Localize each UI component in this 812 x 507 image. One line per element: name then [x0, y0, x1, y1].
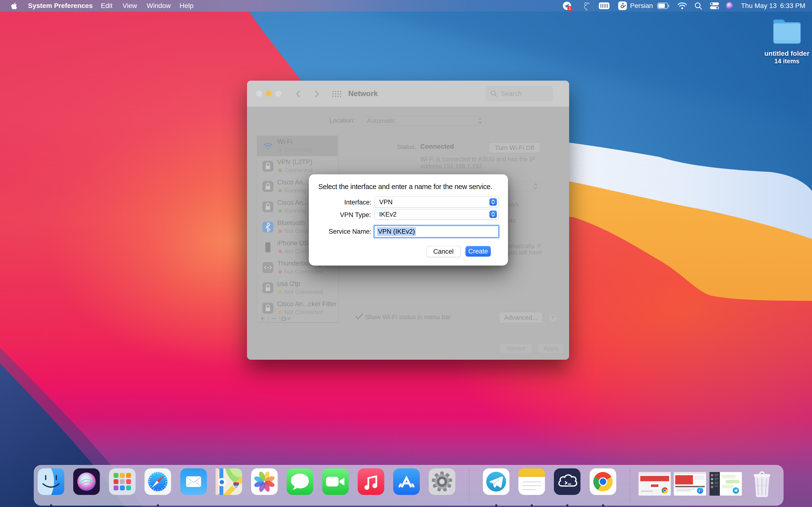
svg-text:280: 280 [234, 485, 239, 489]
svg-text:1: 1 [569, 6, 571, 10]
